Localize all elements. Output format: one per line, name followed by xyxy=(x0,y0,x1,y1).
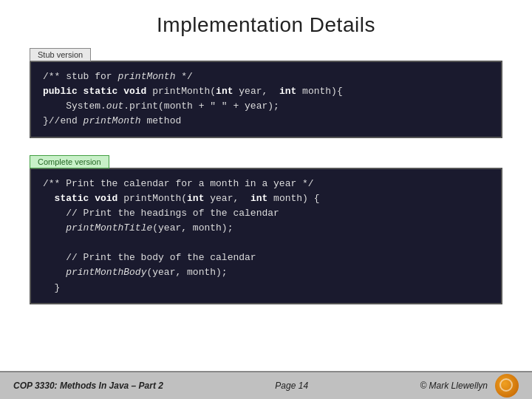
complete-section: Complete version /** Print the calendar … xyxy=(30,154,502,304)
footer: COP 3330: Methods In Java – Part 2 Page … xyxy=(0,371,532,399)
stub-code-box: /** stub for printMonth */ public static… xyxy=(30,61,502,138)
stub-section: Stub version /** stub for printMonth */ … xyxy=(30,47,502,138)
page-title: Implementation Details xyxy=(0,0,532,47)
footer-course: COP 3330: Methods In Java – Part 2 xyxy=(13,381,163,391)
complete-line-7: printMonthBody(year, month); xyxy=(43,265,489,280)
stub-line-4: }//end printMonth method xyxy=(43,114,489,129)
complete-line-3: // Print the headings of the calendar xyxy=(43,206,489,221)
stub-line-2: public static void printMonth(int year, … xyxy=(43,84,489,99)
complete-label: Complete version xyxy=(30,155,109,168)
complete-code-box: /** Print the calendar for a month in a … xyxy=(30,168,502,304)
complete-line-1: /** Print the calendar for a month in a … xyxy=(43,177,489,191)
complete-line-5 xyxy=(43,236,489,250)
footer-logo-icon xyxy=(495,374,519,398)
stub-line-1: /** stub for printMonth */ xyxy=(43,69,489,84)
complete-line-6: // Print the body of the calendar xyxy=(43,250,489,265)
footer-copyright: © Mark Llewellyn xyxy=(420,381,488,391)
stub-line-3: System.out.print(month + " " + year); xyxy=(43,99,489,114)
footer-page: Page 14 xyxy=(275,381,308,391)
complete-line-4: printMonthTitle(year, month); xyxy=(43,221,489,236)
stub-label: Stub version xyxy=(30,48,91,61)
complete-line-2: static void printMonth(int year, int mon… xyxy=(43,191,489,206)
complete-line-8: } xyxy=(43,281,489,296)
